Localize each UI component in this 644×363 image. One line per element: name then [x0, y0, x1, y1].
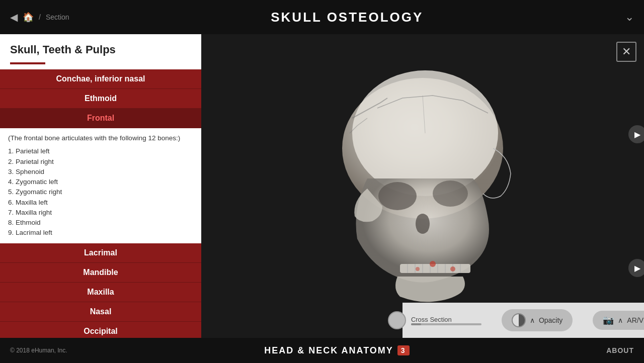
chapter-badge: 3 [397, 345, 410, 355]
bone-item-maxilla[interactable]: Maxilla [0, 283, 201, 302]
frontal-list-item-3: 3. Sphenoid [8, 167, 193, 177]
side-nav-bottom: ▶ [628, 259, 644, 277]
nav-arrow-up[interactable]: ▶ [628, 125, 644, 143]
svg-point-13 [430, 261, 436, 267]
arvr-icon: 📷 [603, 315, 614, 326]
frontal-content: (The frontal bone articulates with the f… [0, 128, 201, 243]
opacity-chevron: ∧ [530, 316, 535, 324]
svg-point-15 [416, 267, 420, 271]
frontal-list-item-9: 9. Lacrimal left [8, 228, 193, 238]
nav-arrow-down[interactable]: ▶ [628, 259, 644, 277]
frontal-list-item-2: 2. Parietal right [8, 157, 193, 167]
title-divider [10, 62, 45, 64]
bone-item-ethmoid[interactable]: Ethmoid [0, 89, 201, 109]
copyright-text: © 2018 eHuman, Inc. [10, 347, 67, 354]
panel-title: Skull, Teeth & Pulps [10, 43, 191, 56]
bone-item-conchae[interactable]: Conchae, inferior nasal [0, 69, 201, 89]
cross-section-label: Cross Section [411, 316, 481, 323]
arvr-label: AR/VR [627, 316, 644, 324]
bone-item-lacrimal[interactable]: Lacrimal [0, 243, 201, 263]
full-panel-layout: Skull, Teeth & Pulps Conchae, inferior n… [0, 34, 201, 338]
frontal-list-item-4: 4. Zygomatic left [8, 177, 193, 187]
arvr-chevron: ∧ [618, 316, 623, 324]
opacity-button[interactable]: ∧ Opacity [502, 309, 573, 331]
frontal-list-item-5: 5. Zygomatic right [8, 187, 193, 197]
svg-point-14 [450, 266, 455, 271]
about-link[interactable]: ABOUT [606, 346, 634, 354]
opacity-label: Opacity [539, 316, 562, 324]
frontal-list-item-8: 8. Ethmoid [8, 218, 193, 228]
cross-section-slider[interactable] [411, 323, 481, 325]
home-icon[interactable]: 🏠 [23, 12, 34, 23]
panel-scroll[interactable]: Conchae, inferior nasal Ethmoid Frontal … [0, 69, 201, 338]
frontal-intro: (The frontal bone articulates with the f… [8, 133, 193, 143]
bone-item-occipital[interactable]: Occipital [0, 322, 201, 338]
top-bar: ◀ 🏠 / Section SKULL OSTEOLOGY ⌄ [0, 0, 644, 34]
bone-item-nasal[interactable]: Nasal [0, 302, 201, 322]
slider-fill [411, 323, 421, 325]
right-panel: ✕ [201, 34, 644, 338]
dropdown-icon[interactable]: ⌄ [625, 11, 634, 24]
bone-list-top: Conchae, inferior nasal Ethmoid Frontal [0, 69, 201, 128]
frontal-label: Frontal [87, 114, 114, 122]
modal: Skull, Teeth & Pulps Conchae, inferior n… [0, 34, 644, 338]
back-arrow-icon[interactable]: ◀ [10, 11, 18, 23]
panel-header: Skull, Teeth & Pulps [0, 34, 201, 69]
section-label: Section [46, 13, 69, 21]
bottom-controls: Cross Section ∧ Opacity 📷 ∧ AR [403, 303, 644, 338]
skull-container: ▶ ▶ [201, 34, 644, 338]
cross-section-toggle[interactable] [388, 311, 406, 329]
bone-item-frontal[interactable]: Frontal [0, 109, 201, 128]
page-title: SKULL OSTEOLOGY [271, 10, 423, 25]
opacity-icon [512, 313, 526, 327]
bone-list-bottom: Lacrimal Mandible Maxilla Nasal Occipita… [0, 243, 201, 338]
cross-section-control: Cross Section [388, 311, 481, 329]
bottom-center: HEAD & NECK ANATOMY 3 [264, 345, 409, 356]
frontal-list-item-6: 6. Maxilla left [8, 198, 193, 208]
bone-item-mandible[interactable]: Mandible [0, 263, 201, 283]
svg-point-2 [378, 182, 417, 210]
close-button[interactable]: ✕ [616, 42, 636, 62]
bottom-center-text: HEAD & NECK ANATOMY [264, 345, 393, 356]
bottom-bar: © 2018 eHuman, Inc. HEAD & NECK ANATOMY … [0, 338, 644, 363]
top-bar-left: ◀ 🏠 / Section [10, 11, 69, 23]
skull-svg [302, 68, 543, 304]
side-nav-top: ▶ [628, 125, 644, 143]
modal-overlay: Skull, Teeth & Pulps Conchae, inferior n… [0, 34, 644, 338]
left-panel: Skull, Teeth & Pulps Conchae, inferior n… [0, 34, 201, 338]
svg-point-3 [433, 180, 468, 207]
separator: / [39, 13, 41, 21]
frontal-list-item-1: 1. Parietal left [8, 146, 193, 156]
frontal-list-item-7: 7. Maxilla right [8, 208, 193, 218]
arvr-button[interactable]: 📷 ∧ AR/VR [593, 311, 644, 330]
